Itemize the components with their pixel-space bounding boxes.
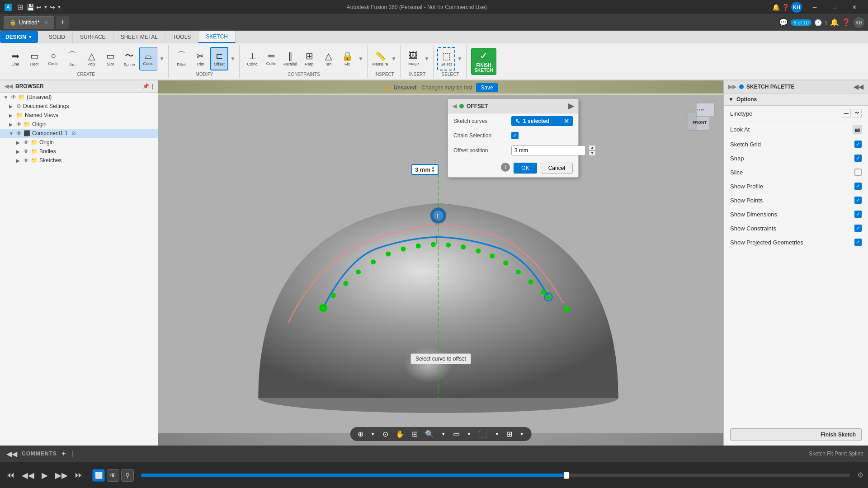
snap-checkbox[interactable]: ✓ bbox=[854, 155, 862, 162]
notification-icon[interactable]: 💬 bbox=[779, 18, 788, 27]
finish-sketch-palette-btn[interactable]: Finish Sketch bbox=[730, 428, 862, 441]
eye-component[interactable]: 👁 bbox=[16, 130, 22, 136]
tab-surface[interactable]: SURFACE bbox=[73, 31, 113, 43]
palette-expand-right[interactable]: ◀◀ bbox=[854, 83, 863, 90]
tangent-btn[interactable]: △ Tan bbox=[319, 47, 337, 70]
eye-origin-root[interactable]: 👁 bbox=[16, 121, 22, 127]
coincident-btn[interactable]: ⊥ Coinc bbox=[243, 47, 261, 70]
tab-sheetmetal[interactable]: SHEET METAL bbox=[113, 31, 165, 43]
tree-item-docsettings[interactable]: ▶ ⚙ Document Settings bbox=[0, 102, 158, 111]
redo-dropdown[interactable]: ▼ bbox=[57, 5, 61, 9]
file-tab[interactable]: 🔒 Untitled* ✕ bbox=[4, 16, 54, 29]
add-tab-btn[interactable]: + bbox=[56, 16, 69, 29]
app-menu-btn[interactable]: ⊞ bbox=[15, 2, 25, 12]
show-constraints-row[interactable]: Show Constraints ✓ bbox=[724, 221, 868, 235]
rectangle-tool-btn[interactable]: ▭ Rect bbox=[25, 47, 43, 70]
chain-selection-checkbox[interactable]: ✓ bbox=[511, 132, 519, 139]
orbit-btn[interactable]: ⊙ bbox=[381, 429, 390, 439]
tree-item-unsaved[interactable]: ▼ 👁 📁 (Unsaved) bbox=[0, 93, 158, 102]
eye-sketches[interactable]: 👁 bbox=[24, 157, 29, 164]
offset-cancel-btn[interactable]: Cancel bbox=[541, 163, 573, 174]
finish-sketch-ribbon-btn[interactable]: ✓ FINISH SKETCH bbox=[471, 48, 496, 75]
modify-dropdown-btn[interactable]: ▼ bbox=[229, 47, 236, 70]
linetype-icon-2[interactable] bbox=[853, 109, 862, 118]
info-circle[interactable]: i bbox=[501, 163, 510, 172]
insert-dropdown-btn[interactable]: ▼ bbox=[423, 47, 430, 70]
tree-item-origin-root[interactable]: ▶ 👁 📁 Origin bbox=[0, 120, 158, 129]
select-btn[interactable]: ⬚ Select bbox=[437, 47, 455, 70]
polygon-tool-btn[interactable]: △ Poly bbox=[82, 47, 100, 70]
sketch-curves-value[interactable]: ↖ 1 selected ✕ bbox=[511, 116, 573, 126]
panel-header-collapse[interactable]: ◀ bbox=[453, 103, 457, 109]
timeline-settings-btn[interactable]: ⚙ bbox=[857, 471, 863, 479]
sketch-grid-row[interactable]: Sketch Grid ✓ bbox=[724, 137, 868, 151]
tab-sketch[interactable]: SKETCH bbox=[198, 31, 236, 43]
tree-item-component[interactable]: ▼ 👁 ⬛ Component1:1 ⊙ bbox=[0, 129, 158, 138]
show-projected-row[interactable]: Show Projected Geometries ✓ bbox=[724, 235, 868, 249]
perpendicular-btn[interactable]: ⊞ Perp bbox=[300, 47, 318, 70]
display-mode-btn[interactable]: ⬛ bbox=[476, 429, 489, 439]
slice-row[interactable]: Slice bbox=[724, 165, 868, 179]
timeline-play-start[interactable]: ⏮ bbox=[5, 469, 16, 481]
lookat-icon[interactable]: 📷 bbox=[853, 125, 862, 134]
timeline-play-fwd[interactable]: ▶▶ bbox=[53, 469, 70, 481]
options-section-header[interactable]: ▼ Options bbox=[724, 94, 868, 106]
tab-solid[interactable]: SOLID bbox=[42, 31, 73, 43]
view-mode-btn[interactable]: ▭ bbox=[451, 429, 462, 439]
browser-pin-icon[interactable]: 📌 bbox=[142, 83, 149, 89]
create-dropdown-btn[interactable]: ▼ bbox=[158, 47, 165, 70]
undo-btn[interactable]: ↩ bbox=[36, 4, 42, 11]
constraints-dropdown-btn[interactable]: ▼ bbox=[357, 47, 364, 70]
comments-back-icon[interactable]: ◀◀ bbox=[5, 449, 19, 459]
show-dimensions-row[interactable]: Show Dimensions ✓ bbox=[724, 207, 868, 221]
undo-dropdown[interactable]: ▼ bbox=[43, 5, 48, 9]
grid-dropdown[interactable]: ▼ bbox=[518, 431, 526, 437]
slice-checkbox[interactable] bbox=[854, 169, 862, 176]
clock-icon[interactable]: 🕐 bbox=[814, 19, 822, 26]
spinner-up-btn[interactable]: ▲ bbox=[589, 145, 596, 150]
line-tool-btn[interactable]: ➡ Line bbox=[6, 47, 24, 70]
fix-btn[interactable]: 🔒 Fix bbox=[338, 47, 356, 70]
show-projected-checkbox[interactable]: ✓ bbox=[854, 239, 862, 246]
timeline-mode-2[interactable]: 👁 bbox=[107, 469, 119, 482]
eye-bodies[interactable]: 👁 bbox=[24, 148, 29, 155]
snap-row[interactable]: Snap ✓ bbox=[724, 151, 868, 165]
show-points-checkbox[interactable]: ✓ bbox=[854, 197, 862, 204]
arc-tool-btn[interactable]: ⌒ Arc bbox=[63, 47, 81, 70]
minimize-btn[interactable]: ─ bbox=[806, 0, 824, 14]
tree-item-bodies[interactable]: ▶ 👁 📁 Bodies bbox=[0, 147, 158, 156]
help-icon[interactable]: ❓ bbox=[842, 18, 851, 27]
fillet-btn[interactable]: ⌒ Fillet bbox=[172, 47, 190, 70]
select-dropdown-btn[interactable]: ▼ bbox=[456, 47, 463, 70]
insert-image-btn[interactable]: 🖼 Image bbox=[404, 47, 422, 70]
sketch-grid-checkbox[interactable]: ✓ bbox=[854, 141, 862, 148]
zoom-dropdown[interactable]: ▼ bbox=[439, 431, 448, 437]
timeline-play-end[interactable]: ⏭ bbox=[73, 469, 85, 481]
alerts-icon[interactable]: 🔔 bbox=[830, 18, 839, 27]
spinner-down-btn[interactable]: ▼ bbox=[589, 150, 596, 156]
comments-expand-btn[interactable]: | bbox=[70, 449, 75, 459]
measure-btn[interactable]: 📏 Measure bbox=[371, 47, 389, 70]
view-cube[interactable]: FRONT TOP bbox=[683, 99, 719, 135]
timeline-track[interactable] bbox=[141, 474, 850, 477]
timeline-mode-3[interactable]: ⚲ bbox=[121, 469, 134, 482]
offset-ok-btn[interactable]: OK bbox=[514, 163, 537, 174]
tree-item-sketches[interactable]: ▶ 👁 📁 Sketches bbox=[0, 156, 158, 165]
show-constraints-checkbox[interactable]: ✓ bbox=[854, 225, 862, 232]
save-warning-btn[interactable]: Save bbox=[476, 83, 497, 92]
fit-btn[interactable]: ⊞ bbox=[410, 429, 420, 439]
tab-tools[interactable]: TOOLS bbox=[165, 31, 198, 43]
redo-btn[interactable]: ↪ bbox=[50, 4, 55, 11]
slot-tool-btn[interactable]: ▭ Slot bbox=[101, 47, 119, 70]
timeline-mode-1[interactable]: ⬜ bbox=[92, 469, 105, 482]
linetype-icon-1[interactable] bbox=[842, 109, 851, 118]
zoom-btn[interactable]: 🔍 bbox=[423, 429, 436, 439]
close-btn[interactable]: ✕ bbox=[845, 0, 863, 14]
eye-unsaved[interactable]: 👁 bbox=[11, 94, 16, 100]
design-dropdown[interactable]: DESIGN ▼ bbox=[0, 31, 38, 43]
eye-origin-comp[interactable]: 👁 bbox=[24, 139, 29, 145]
inspect-dropdown-btn[interactable]: ▼ bbox=[390, 47, 397, 70]
offset-position-input[interactable] bbox=[511, 145, 585, 155]
pan-btn[interactable]: ✋ bbox=[394, 429, 406, 439]
offset-panel-expand[interactable]: ▶ bbox=[568, 102, 574, 110]
